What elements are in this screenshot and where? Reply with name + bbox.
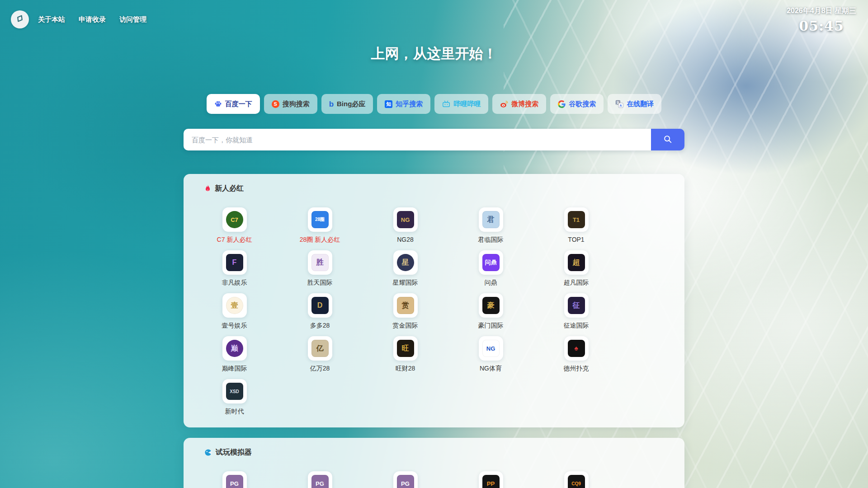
site-item[interactable]: 征征途国际	[533, 293, 619, 330]
weibo-icon	[500, 100, 508, 108]
site-logo: 君	[479, 207, 503, 232]
section-title: 新人必红	[215, 184, 244, 193]
site-logo-glyph: 征	[568, 297, 585, 314]
site-logo-glyph: ♠	[568, 340, 585, 357]
site-logo-glyph: 壹	[226, 297, 243, 314]
site-logo-glyph: 豪	[482, 297, 500, 314]
sections-container: 新人必红C7C7 新人必红28圈28圈 新人必红NGNG28君君临国际T1TOP…	[184, 174, 684, 488]
site-logo: D	[308, 293, 332, 318]
site-logo-glyph: 旺	[397, 340, 414, 357]
engine-tab-bing[interactable]: bBing必应	[321, 94, 373, 114]
site-logo-glyph: 星	[397, 254, 414, 271]
site-logo-glyph: PG	[311, 475, 329, 488]
site-item[interactable]: PPPP模拟器	[448, 471, 533, 488]
flame-icon	[204, 184, 211, 192]
site-logo-glyph: PG	[226, 475, 243, 488]
site-logo: PG	[222, 471, 247, 488]
search-button[interactable]	[651, 129, 684, 150]
engine-tab-label: 知乎搜索	[396, 100, 423, 108]
baidu-paw-icon	[214, 100, 222, 108]
site-item[interactable]: 豪豪门国际	[448, 293, 533, 330]
engine-tab-baidu-paw[interactable]: 百度一下	[207, 94, 260, 114]
site-logo[interactable]	[11, 10, 29, 28]
engine-tab-label: 百度一下	[225, 100, 252, 108]
site-item[interactable]: XSD新时代	[192, 379, 277, 416]
site-logo-glyph: NG	[482, 340, 500, 357]
site-label: 豪门国际	[478, 322, 504, 330]
site-logo: 超	[564, 250, 589, 275]
site-item[interactable]: PGPG模拟器	[192, 471, 277, 488]
bilibili-icon	[442, 100, 450, 108]
site-logo: XSD	[222, 379, 247, 404]
site-item[interactable]: 超超凡国际	[533, 250, 619, 287]
site-item[interactable]: 君君临国际	[448, 207, 533, 244]
engine-tab-google[interactable]: 谷歌搜索	[550, 94, 604, 114]
site-label: 亿万28	[310, 365, 330, 373]
site-label: 28圈 新人必红	[300, 236, 340, 244]
current-date: 2026年4月8日 星期三	[787, 6, 856, 16]
site-item[interactable]: T1TOP1	[533, 207, 619, 244]
page-title: 上网，从这里开始！	[184, 44, 684, 63]
site-item[interactable]: F非凡娱乐	[192, 250, 277, 287]
site-item[interactable]: 胜胜天国际	[277, 250, 363, 287]
engine-tab-sogou[interactable]: S搜狗搜索	[264, 94, 317, 114]
nav-link-0[interactable]: 关于本站	[38, 15, 65, 24]
site-item[interactable]: PGPG模拟器	[277, 471, 363, 488]
engine-tab-translate[interactable]: 文A在线翻译	[608, 94, 661, 114]
site-logo: 巅	[222, 336, 247, 361]
site-logo-glyph: 亿	[311, 340, 329, 357]
section-title: 试玩模拟器	[216, 448, 252, 457]
engine-tab-weibo[interactable]: 微博搜索	[492, 94, 546, 114]
site-item[interactable]: 壹壹号娱乐	[192, 293, 277, 330]
site-item[interactable]: PGPG模拟器	[363, 471, 448, 488]
site-item[interactable]: 旺旺财28	[363, 336, 448, 373]
site-item[interactable]: ♠德州扑克	[533, 336, 619, 373]
search-engine-tabs: 百度一下S搜狗搜索bBing必应知知乎搜索哔哩哔哩微博搜索谷歌搜索文A在线翻译	[184, 94, 684, 114]
site-label: 胜天国际	[307, 279, 333, 287]
site-item[interactable]: C7C7 新人必红	[192, 207, 277, 244]
site-label: 超凡国际	[564, 279, 589, 287]
site-label: 星耀国际	[393, 279, 418, 287]
site-item[interactable]: 28圈28圈 新人必红	[277, 207, 363, 244]
site-item[interactable]: 问鼎问鼎	[448, 250, 533, 287]
site-logo: 征	[564, 293, 589, 318]
svg-text:A: A	[620, 103, 623, 108]
site-logo-glyph: PG	[397, 475, 414, 488]
site-item[interactable]: 巅巅峰国际	[192, 336, 277, 373]
engine-tab-zhihu[interactable]: 知知乎搜索	[377, 94, 430, 114]
site-item[interactable]: D多多28	[277, 293, 363, 330]
site-item[interactable]: 赏赏金国际	[363, 293, 448, 330]
search-input[interactable]	[184, 129, 651, 150]
site-item[interactable]: NGNG28	[363, 207, 448, 244]
site-label: 非凡娱乐	[222, 279, 247, 287]
search-icon	[663, 134, 673, 145]
site-item[interactable]: CQ9CQ9模拟器	[533, 471, 619, 488]
site-logo: NG	[479, 336, 503, 361]
site-logo-glyph: 君	[482, 211, 500, 228]
site-label: 问鼎	[485, 279, 497, 287]
site-item[interactable]: 亿亿万28	[277, 336, 363, 373]
site-label: 赏金国际	[393, 322, 418, 330]
nav-link-2[interactable]: 访问管理	[119, 15, 146, 24]
site-logo: 星	[393, 250, 418, 275]
site-logo: 28圈	[308, 207, 332, 232]
datetime-widget: 2026年4月8日 星期三 05:45	[787, 6, 856, 34]
site-label: NG体育	[480, 365, 502, 373]
site-logo-glyph: 28圈	[311, 211, 329, 228]
site-logo: 壹	[222, 293, 247, 318]
site-logo: 胜	[308, 250, 332, 275]
site-logo: CQ9	[564, 471, 589, 488]
engine-tab-bilibili[interactable]: 哔哩哔哩	[434, 94, 488, 114]
site-item[interactable]: NGNG体育	[448, 336, 533, 373]
zhihu-icon: 知	[385, 100, 392, 108]
section-card-simulators: 试玩模拟器PGPG模拟器PGPG模拟器PGPG模拟器PPPP模拟器CQ9CQ9模…	[184, 438, 684, 488]
site-label: NG28	[397, 236, 414, 243]
site-item[interactable]: 星星耀国际	[363, 250, 448, 287]
site-logo-glyph: PP	[482, 475, 500, 488]
site-label: 多多28	[310, 322, 330, 330]
site-logo: PG	[308, 471, 332, 488]
current-time: 05:45	[799, 18, 844, 34]
site-logo: 旺	[393, 336, 418, 361]
nav-link-1[interactable]: 申请收录	[79, 15, 106, 24]
site-label: 巅峰国际	[222, 365, 247, 373]
